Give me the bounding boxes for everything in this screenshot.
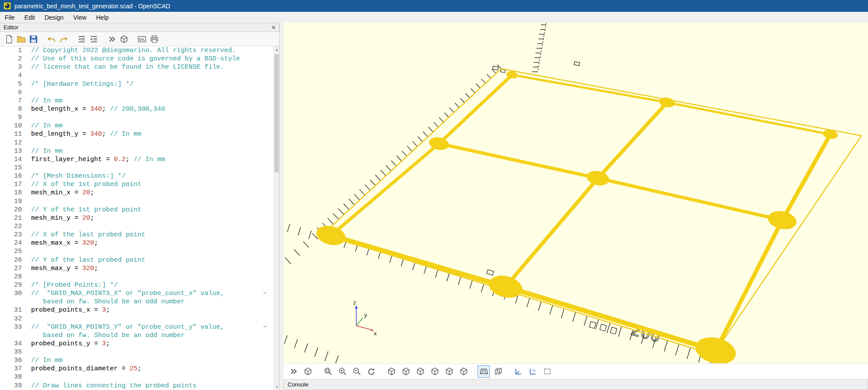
show-axes-button[interactable] [512,365,524,378]
line-text [25,222,31,231]
perspective-button[interactable] [478,365,490,378]
new-file-button[interactable] [3,33,15,45]
zoom-in-button[interactable] [336,365,348,378]
code-line[interactable]: 5/* [Hardware Settings:] */ [0,80,274,88]
show-scale-markers-button[interactable] [527,365,539,378]
line-text: // "GRID_MAX_POINTS_X" or "probe_count_x… [25,289,224,298]
menu-edit[interactable]: Edit [20,12,40,23]
code-line[interactable]: 22 [0,222,274,231]
code-line[interactable]: 28 [0,273,274,281]
code-line[interactable]: 11bed_length_y = 340; // In mm [0,130,274,138]
zoom-out-button[interactable] [351,365,363,378]
code-line[interactable]: 24mesh_max_x = 320; [0,239,274,247]
code-line[interactable]: 12 [0,139,274,147]
editor-close-button[interactable]: ✕ [271,25,276,30]
code-line[interactable]: 38 [0,373,274,381]
menu-view[interactable]: View [68,12,91,23]
editor-scrollbar[interactable]: ▲ ▼ [274,46,279,390]
view-top-button[interactable] [400,365,412,378]
code-line[interactable]: based on fw. Should be an odd number [0,331,274,340]
reset-view-button[interactable] [365,365,377,378]
line-number: 16 [0,172,25,180]
scrollbar-thumb[interactable] [274,54,279,172]
code-line[interactable]: 21mesh_min_y = 20; [0,214,274,222]
menu-help[interactable]: Help [91,12,113,23]
view-left-button[interactable] [429,365,441,378]
code-editor[interactable]: 1// Copyright 2022 @diegomarino. All rig… [0,46,279,390]
show-edges-button[interactable] [541,365,553,378]
code-line[interactable]: 36// In mm [0,356,274,365]
line-text: // Draw lines connecting the probed poin… [25,382,197,390]
code-line[interactable]: 32 [0,315,274,323]
code-line[interactable]: 37probed_points_diameter = 25; [0,365,274,373]
code-line[interactable]: 31probed_points_x = 3; [0,306,274,314]
code-line[interactable]: 39// Draw lines connecting the probed po… [0,382,274,390]
code-line[interactable]: 15 [0,164,274,172]
code-line[interactable]: 33// "GRID_MAX_POINTS_Y" or "probe_count… [0,323,274,331]
unindent-button[interactable] [75,33,88,45]
code-line[interactable]: 9 [0,113,274,122]
code-line[interactable]: 29/* [Probed Points:] */ [0,281,274,289]
code-line[interactable]: 25 [0,247,274,256]
code-line[interactable]: 34probed_points_y = 3; [0,340,274,348]
export-stl-button[interactable] [136,33,148,45]
folder-icon [17,35,26,44]
render-button[interactable] [118,33,130,45]
code-line[interactable]: 35 [0,348,274,356]
view-front-button[interactable] [443,365,455,378]
line-text: // In mm [25,147,63,155]
preview-button[interactable] [105,33,118,45]
line-number: 25 [0,247,25,256]
editor-toolbar [0,32,279,46]
redo-button[interactable] [57,33,70,45]
menu-bar: FileEditDesignViewHelp [0,12,868,23]
scroll-down-icon[interactable]: ▼ [274,384,279,390]
code-line[interactable]: 20// Y of the 1st probed point [0,206,274,214]
view-bottom-button[interactable] [414,365,426,378]
line-text: // Y of the last probed point [25,256,145,264]
render-button[interactable] [302,365,314,378]
undo-button[interactable] [45,33,57,45]
line-number: 29 [0,281,25,289]
code-line[interactable]: 2// Use of this source code is governed … [0,55,274,63]
code-line[interactable]: 19 [0,197,274,206]
code-line[interactable]: 6 [0,88,274,97]
code-line[interactable]: 30// "GRID_MAX_POINTS_X" or "probe_count… [0,289,274,298]
line-text [25,164,31,172]
line-text: /* [Mesh Dimensions:] */ [25,172,126,180]
code-line[interactable]: 10// In mm [0,122,274,130]
3d-scene[interactable]: 200 [284,23,868,363]
code-line[interactable]: 23// X of the last probed point [0,231,274,239]
view-back-button[interactable] [457,365,470,378]
indent-button[interactable] [88,33,100,45]
scroll-up-icon[interactable]: ▲ [274,46,279,53]
code-line[interactable]: 14first_layer_height = 0.2; // In mm [0,155,274,164]
view-right-button[interactable] [385,365,397,378]
3d-viewport[interactable]: 200 [284,23,868,363]
menu-design[interactable]: Design [40,12,69,23]
code-line[interactable]: 8bed_length_x = 340; // 200,300,340 [0,105,274,113]
code-line[interactable]: 13// In mm [0,147,274,155]
panel-splitter[interactable] [280,23,284,390]
send-to-printer-button[interactable] [148,33,160,45]
code-line[interactable]: 1// Copyright 2022 @diegomarino. All rig… [0,46,274,55]
open-file-button[interactable] [15,33,27,45]
code-line[interactable]: 26// Y of the last probed point [0,256,274,264]
code-line[interactable]: 3// license that can be found in the LIC… [0,63,274,71]
preview-button[interactable] [287,365,299,378]
line-number: 2 [0,55,25,63]
code-line[interactable]: 16/* [Mesh Dimensions:] */ [0,172,274,180]
view-all-button[interactable] [322,365,334,378]
console-panel-title: Console [288,381,309,388]
code-line[interactable]: 18mesh_min_x = 20; [0,189,274,197]
code-lines[interactable]: 1// Copyright 2022 @diegomarino. All rig… [0,46,274,390]
preview-icon [107,35,116,44]
code-line[interactable]: 7// In mm [0,97,274,105]
code-line[interactable]: 4 [0,71,274,80]
orthogonal-button[interactable] [492,365,504,378]
code-line[interactable]: 27mesh_max_y = 320; [0,264,274,273]
code-line[interactable]: based on fw. Should be an odd number [0,298,274,306]
save-file-button[interactable] [27,33,39,45]
code-line[interactable]: 17// X of the 1st probed point [0,180,274,189]
menu-file[interactable]: File [0,12,20,23]
